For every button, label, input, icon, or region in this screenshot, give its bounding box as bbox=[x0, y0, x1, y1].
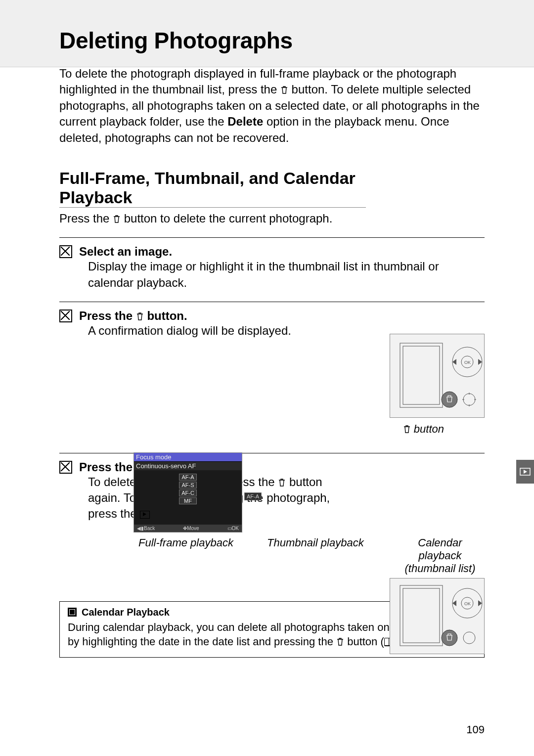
section-lead: Press the button to delete the current p… bbox=[59, 211, 485, 226]
manual-page: Deleting Photographs To delete the photo… bbox=[0, 0, 534, 756]
step-number-icon bbox=[59, 245, 72, 258]
svg-rect-12 bbox=[390, 578, 484, 654]
lcd-footer: ◀▮Back ✥Move ▭OK bbox=[134, 525, 242, 532]
step-number-icon bbox=[59, 310, 72, 322]
step-body: Display the image or highlight it in the… bbox=[88, 259, 485, 291]
playback-icon bbox=[140, 511, 150, 519]
step-3: Press the button again. To delete the ph… bbox=[59, 453, 485, 522]
delete-option-label: Delete bbox=[227, 115, 263, 128]
trash-icon bbox=[280, 83, 288, 91]
note-icon bbox=[68, 608, 77, 617]
svg-text:OK: OK bbox=[464, 360, 471, 365]
lcd-opt: AF-A bbox=[179, 474, 197, 481]
page-number: 109 bbox=[466, 723, 485, 736]
page-title: Deleting Photographs bbox=[59, 27, 485, 54]
note-title: Calendar Playback bbox=[82, 607, 170, 618]
camera-illustration: OK bbox=[390, 334, 485, 418]
trash-icon bbox=[136, 310, 144, 319]
step-1: Select an image. Display the image or hi… bbox=[59, 237, 485, 291]
step-title: Press the button. bbox=[79, 309, 187, 323]
lcd-opt: AF-S bbox=[179, 482, 197, 489]
trash-icon bbox=[403, 424, 411, 433]
section-heading: Full-Frame, Thumbnail, and Calendar Play… bbox=[59, 169, 366, 208]
trash-icon bbox=[336, 635, 344, 644]
lcd-options: AF-A AF-S AF-C MF bbox=[134, 470, 242, 508]
svg-text:OK: OK bbox=[464, 601, 471, 606]
intro-paragraph: To delete the photograph displayed in fu… bbox=[59, 66, 485, 146]
step-number-icon bbox=[59, 461, 72, 474]
trash-icon bbox=[113, 212, 121, 221]
section-tab-playback bbox=[516, 460, 534, 484]
lcd-subtitle: Continuous-servo AF bbox=[134, 462, 242, 470]
camera-caption: button bbox=[403, 423, 444, 436]
lcd-title: Focus mode bbox=[134, 453, 242, 462]
step-title: Select an image. bbox=[79, 245, 172, 259]
svg-point-10 bbox=[442, 392, 457, 407]
lcd-opt: MF bbox=[179, 497, 197, 504]
trash-icon bbox=[278, 475, 286, 484]
svg-rect-2 bbox=[390, 334, 484, 417]
lcd-side-badge: AF-A bbox=[244, 492, 262, 500]
lcd-screenshot: Focus mode Continuous-servo AF AF-A AF-S… bbox=[134, 452, 242, 533]
lcd-opt: AF-C bbox=[179, 489, 197, 496]
caption-full-frame: Full-frame playback bbox=[138, 536, 233, 549]
camera-illustration: OK bbox=[390, 578, 485, 654]
caption-thumbnail: Thumbnail playback bbox=[267, 536, 364, 549]
svg-point-20 bbox=[442, 630, 457, 646]
caption-calendar: Calendar playback(thumbnail list) bbox=[396, 536, 485, 575]
svg-marker-1 bbox=[524, 470, 527, 474]
